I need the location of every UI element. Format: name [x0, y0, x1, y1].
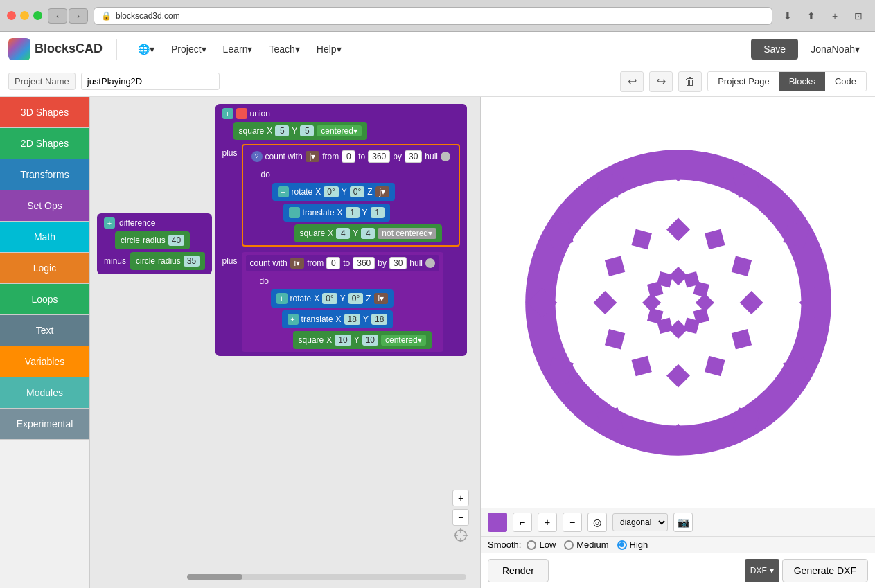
translate1-block[interactable]: + translate X 1 Y 1 — [283, 204, 390, 222]
translate2-block[interactable]: + translate X 18 Y 18 — [282, 310, 394, 328]
square1-block[interactable]: square X 5 Y 5 centered▾ — [233, 122, 367, 140]
blocks-area[interactable]: + difference circle radius 40 minus circ… — [90, 97, 480, 588]
count2-var[interactable]: i▾ — [290, 258, 305, 269]
sq3-y-val[interactable]: 10 — [362, 335, 378, 346]
sidebar-item-set-ops[interactable]: Set Ops — [0, 190, 89, 222]
sidebar-item-3d-shapes[interactable]: 3D Shapes — [0, 97, 89, 128]
count1-help-btn[interactable]: ? — [251, 151, 263, 162]
sq2-y-val[interactable]: 4 — [361, 228, 375, 239]
difference-block[interactable]: + difference circle radius 40 minus circ… — [97, 213, 212, 274]
count1-by-val[interactable]: 30 — [405, 150, 422, 163]
ctrl-btn-line[interactable]: ⌐ — [513, 513, 532, 532]
sq1-center-dropdown[interactable]: centered▾ — [317, 125, 362, 136]
translate2-y[interactable]: 18 — [371, 314, 387, 325]
count1-block[interactable]: ? count with j▾ from 0 to 360 by 30 hull — [247, 148, 454, 165]
nav-teach[interactable]: Teach▾ — [262, 39, 306, 59]
square2-block[interactable]: square X 4 Y 4 not centered▾ — [294, 224, 442, 242]
count1-from-val[interactable]: 0 — [342, 150, 355, 163]
union-plus-btn[interactable]: + — [222, 108, 233, 119]
sidebar-item-loops[interactable]: Loops — [0, 284, 89, 315]
difference-plus-btn[interactable]: + — [104, 217, 115, 229]
scrollbar-thumb[interactable] — [187, 574, 242, 580]
union-minus-btn[interactable]: − — [236, 108, 247, 119]
rotate1-block[interactable]: + rotate X 0° Y 0° Z j▾ — [272, 183, 396, 201]
nav-learn[interactable]: Learn▾ — [216, 39, 260, 59]
minimize-traffic-light[interactable] — [20, 11, 29, 20]
translate1-x[interactable]: 1 — [346, 207, 360, 218]
close-traffic-light[interactable] — [7, 11, 16, 20]
sidebar-item-logic[interactable]: Logic — [0, 253, 89, 284]
sq1-x-val[interactable]: 5 — [275, 125, 289, 136]
smooth-medium-option[interactable]: Medium — [564, 540, 608, 550]
rotate1-z[interactable]: j▾ — [375, 186, 390, 197]
sidebar-item-transforms[interactable]: Transforms — [0, 159, 89, 190]
sidebar-item-math[interactable]: Math — [0, 222, 89, 253]
rotate1-x[interactable]: 0° — [324, 186, 338, 197]
smooth-low-radio[interactable] — [527, 540, 536, 550]
circle2-radius-val[interactable]: 35 — [184, 256, 200, 267]
sq2-center-dropdown[interactable]: not centered▾ — [378, 228, 436, 239]
count2-from-val[interactable]: 0 — [326, 257, 340, 269]
sidebar-item-modules[interactable]: Modules — [0, 377, 89, 409]
smooth-low-option[interactable]: Low — [527, 540, 556, 550]
user-menu-button[interactable]: JonaNoah▾ — [804, 39, 867, 59]
translate2-plus[interactable]: + — [288, 314, 299, 325]
app-logo[interactable]: BlocksCAD — [8, 38, 103, 60]
fullscreen-icon[interactable]: ⊡ — [849, 8, 868, 24]
rotate2-y[interactable]: 0° — [348, 293, 363, 304]
sidebar-item-2d-shapes[interactable]: 2D Shapes — [0, 128, 89, 159]
render-canvas[interactable] — [481, 97, 875, 508]
url-bar[interactable]: 🔒 blockscad3d.com — [94, 7, 772, 25]
tab-code[interactable]: Code — [825, 72, 866, 91]
ctrl-btn-target[interactable]: ◎ — [587, 513, 607, 532]
redo-button[interactable]: ↪ — [649, 71, 673, 92]
sq1-y-val[interactable]: 5 — [300, 125, 314, 136]
ctrl-btn-zoom-out[interactable]: − — [563, 513, 582, 532]
download-icon[interactable]: ⬇ — [778, 8, 797, 24]
sq3-x-val[interactable]: 10 — [335, 335, 351, 346]
save-button[interactable]: Save — [751, 39, 798, 60]
ctrl-btn-zoom-in[interactable]: + — [538, 513, 557, 532]
circle1-block[interactable]: circle radius 40 — [115, 231, 190, 249]
nav-help[interactable]: Help▾ — [310, 39, 348, 59]
sidebar-item-experimental[interactable]: Experimental — [0, 409, 89, 440]
smooth-high-radio[interactable] — [617, 540, 627, 550]
nav-project[interactable]: Project▾ — [164, 39, 213, 59]
circle2-block[interactable]: circle radius 35 — [130, 252, 205, 270]
rotate2-z[interactable]: i▾ — [374, 293, 389, 304]
nav-globe[interactable]: 🌐▾ — [131, 39, 161, 59]
translate2-x[interactable]: 18 — [344, 314, 360, 325]
sq2-x-val[interactable]: 4 — [336, 228, 350, 239]
square3-block[interactable]: square X 10 Y 10 centered▾ — [293, 331, 432, 349]
color-swatch[interactable] — [488, 513, 507, 532]
rotate2-block[interactable]: + rotate X 0° Y 0° Z i▾ — [271, 289, 394, 308]
rotate2-plus[interactable]: + — [276, 293, 288, 304]
tab-project-page[interactable]: Project Page — [708, 72, 779, 91]
sidebar-item-variables[interactable]: Variables — [0, 346, 89, 377]
rotate1-y[interactable]: 0° — [350, 186, 364, 197]
nav-back-button[interactable]: ‹ — [48, 8, 67, 24]
count1-var[interactable]: j▾ — [306, 151, 320, 162]
rotate2-x[interactable]: 0° — [322, 293, 337, 304]
union-block[interactable]: + − union square X 5 Y 5 centered▾ — [215, 104, 468, 356]
crosshair-icon[interactable] — [452, 527, 469, 546]
delete-button[interactable]: 🗑 — [678, 71, 702, 92]
view-select[interactable]: diagonal top front right left — [612, 513, 668, 531]
undo-button[interactable]: ↩ — [620, 71, 644, 92]
nav-forward-button[interactable]: › — [69, 8, 88, 24]
circle1-radius-val[interactable]: 40 — [168, 235, 184, 246]
count2-block[interactable]: count with i▾ from 0 to 360 by 30 hull — [246, 255, 439, 271]
maximize-traffic-light[interactable] — [33, 11, 42, 20]
smooth-high-option[interactable]: High — [617, 540, 648, 550]
project-name-input[interactable] — [81, 73, 220, 90]
zoom-out-button[interactable]: − — [452, 509, 469, 526]
count2-hull-circle[interactable] — [425, 258, 435, 268]
horizontal-scrollbar[interactable] — [187, 574, 466, 580]
sidebar-item-text[interactable]: Text — [0, 315, 89, 346]
zoom-in-button[interactable]: + — [452, 490, 469, 506]
sq3-center-dropdown[interactable]: centered▾ — [381, 335, 426, 346]
count1-hull-circle[interactable] — [441, 152, 450, 161]
translate1-plus[interactable]: + — [289, 207, 300, 218]
gen-dxf-button[interactable]: Generate DXF — [782, 559, 868, 582]
camera-btn[interactable]: 📷 — [673, 513, 693, 532]
